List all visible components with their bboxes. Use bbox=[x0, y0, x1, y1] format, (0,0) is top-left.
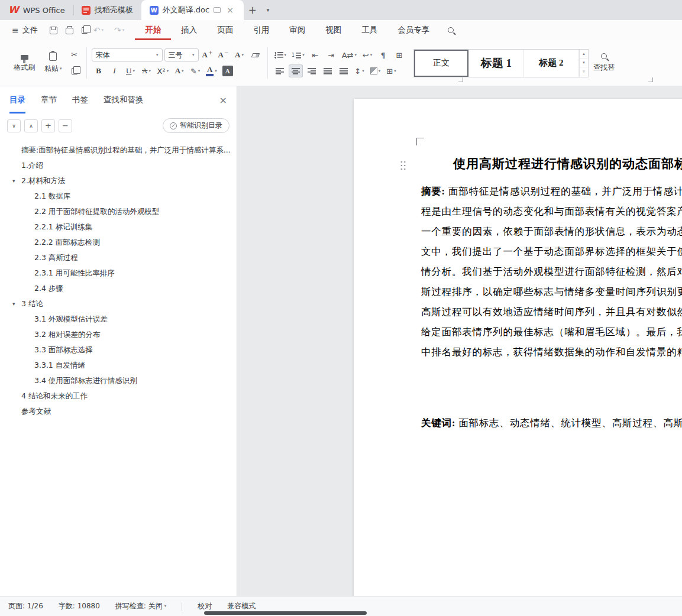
redo-button[interactable]: ↷ bbox=[114, 25, 121, 35]
redo-chevron-icon[interactable]: ▾ bbox=[122, 28, 125, 33]
ribbon-tab-member[interactable]: 会员专享 bbox=[387, 20, 439, 40]
underline-button[interactable]: U▾ bbox=[124, 64, 138, 77]
spellcheck-toggle[interactable]: 拼写检查: 关闭▾ bbox=[115, 601, 166, 611]
ribbon-tab-reference[interactable]: 引用 bbox=[243, 20, 279, 40]
ribbon-tab-page[interactable]: 页面 bbox=[207, 20, 243, 40]
font-color-button[interactable]: A▾ bbox=[204, 64, 219, 77]
style-gallery-up-icon[interactable]: ▴ bbox=[580, 50, 588, 59]
toc-item-2-4[interactable]: 2.4 步骤 bbox=[0, 281, 237, 296]
toc-item-2-1[interactable]: 2.1 数据库 bbox=[0, 189, 237, 204]
toc-item-references[interactable]: 参考文献 bbox=[0, 404, 237, 419]
decrease-indent-button[interactable]: ⇤ bbox=[308, 48, 322, 61]
smart-toc-button[interactable]: 智能识别目录 bbox=[163, 118, 230, 133]
style-heading1[interactable]: 标题 1 bbox=[469, 50, 524, 77]
text-direction-button[interactable]: A⇄▾ bbox=[340, 48, 358, 61]
toc-item-2-2-2[interactable]: 2.2.2 面部标志检测 bbox=[0, 235, 237, 250]
bullet-list-button[interactable]: ▾ bbox=[273, 48, 289, 61]
char-shading-button[interactable]: A bbox=[221, 64, 235, 77]
superscript-button[interactable]: X²▾ bbox=[156, 64, 171, 77]
find-replace-button[interactable]: 查找替 bbox=[589, 43, 619, 83]
line-spacing-button[interactable]: ↕▾ bbox=[353, 64, 367, 77]
print-button[interactable] bbox=[66, 27, 73, 34]
paste-button[interactable]: 粘贴▾ bbox=[40, 50, 66, 76]
tab-document-active[interactable]: W 外文翻译.doc × bbox=[141, 0, 244, 20]
new-tab-button[interactable]: + bbox=[244, 0, 261, 20]
toc-item-3-2[interactable]: 3.2 相对误差的分布 bbox=[0, 327, 237, 342]
paragraph-dialog-launcher-icon[interactable] bbox=[458, 77, 463, 82]
compat-mode-badge[interactable]: 兼容模式 bbox=[227, 601, 256, 611]
toc-expand-button[interactable]: ∨ bbox=[7, 119, 21, 132]
style-heading2[interactable]: 标题 2 bbox=[524, 50, 579, 77]
distribute-button[interactable] bbox=[337, 64, 351, 77]
toc-item-2-2-1[interactable]: 2.2.1 标记训练集 bbox=[0, 219, 237, 235]
tab-preview-icon[interactable] bbox=[214, 7, 221, 13]
font-name-select[interactable]: 宋体▾ bbox=[92, 48, 163, 61]
toc-item-3-1[interactable]: 3.1 外观模型估计误差 bbox=[0, 312, 237, 327]
ribbon-tab-insert[interactable]: 插入 bbox=[171, 20, 207, 40]
horizontal-scrollbar[interactable] bbox=[204, 611, 367, 615]
paste-special-button[interactable] bbox=[67, 65, 82, 78]
toc-item-2-2[interactable]: 2.2 用于面部特征提取的活动外观模型 bbox=[0, 204, 237, 219]
style-dialog-launcher-icon[interactable] bbox=[648, 77, 653, 82]
highlight-button[interactable]: ✎▾ bbox=[188, 64, 202, 77]
align-right-button[interactable] bbox=[305, 64, 319, 77]
increase-indent-button[interactable]: ⇥ bbox=[324, 48, 338, 61]
clear-format-button[interactable] bbox=[248, 48, 263, 61]
font-size-select[interactable]: 三号▾ bbox=[164, 48, 199, 61]
toc-item-results[interactable]: ▾3 结论 bbox=[0, 296, 237, 312]
text-tools-button[interactable]: A▾ bbox=[232, 48, 247, 61]
align-center-button[interactable] bbox=[289, 64, 303, 77]
undo-button[interactable]: ↶ bbox=[93, 25, 101, 35]
page-indicator[interactable]: 页面: 1/26 bbox=[8, 601, 43, 611]
proofread-button[interactable]: 校对 bbox=[198, 601, 212, 611]
paragraph-drag-handle-icon[interactable] bbox=[400, 160, 406, 170]
ribbon-tab-home[interactable]: 开始 bbox=[135, 20, 171, 40]
ribbon-tab-tools[interactable]: 工具 bbox=[351, 20, 387, 40]
search-icon[interactable] bbox=[448, 27, 454, 33]
italic-button[interactable]: I bbox=[108, 64, 122, 77]
toc-item-intro[interactable]: 1.介绍 bbox=[0, 158, 237, 173]
shading-button[interactable]: ▾ bbox=[369, 64, 383, 77]
collapse-arrow-icon[interactable]: ▾ bbox=[12, 301, 15, 307]
ribbon-tab-view[interactable]: 视图 bbox=[315, 20, 351, 40]
style-gallery-down-icon[interactable]: ▾ bbox=[580, 59, 588, 67]
undo-chevron-icon[interactable]: ▾ bbox=[101, 28, 104, 33]
toc-item-2-3[interactable]: 2.3 高斯过程 bbox=[0, 250, 237, 265]
format-painter-button[interactable]: 格式刷 bbox=[9, 51, 39, 75]
toc-zoom-in-button[interactable]: + bbox=[41, 119, 55, 132]
save-button[interactable] bbox=[50, 27, 57, 34]
tab-close-icon[interactable]: × bbox=[225, 5, 235, 15]
tab-chapters[interactable]: 章节 bbox=[41, 86, 57, 114]
tab-list-chevron-icon[interactable]: ▾ bbox=[261, 0, 274, 20]
style-gallery-more-icon[interactable]: ▿ bbox=[580, 67, 588, 76]
borders-button[interactable]: ⊞▾ bbox=[384, 64, 399, 77]
style-normal[interactable]: 正文 bbox=[414, 50, 469, 77]
document-page[interactable]: 使用高斯过程进行情感识别的动态面部标 摘要: 面部特征是情感识别过程的基础，并广… bbox=[354, 99, 682, 596]
tab-bookmarks[interactable]: 书签 bbox=[72, 86, 88, 114]
toc-item-materials[interactable]: ▾2.材料和方法 bbox=[0, 173, 237, 189]
close-pane-icon[interactable]: × bbox=[219, 86, 227, 114]
file-menu-button[interactable]: ≡ 文件 bbox=[6, 25, 44, 35]
wrap-button[interactable]: ↩▾ bbox=[360, 48, 374, 61]
tab-docer-templates[interactable]: 找稻壳模板 bbox=[73, 0, 141, 20]
toc-item-3-3-1[interactable]: 3.3.1 自发情绪 bbox=[0, 358, 237, 373]
word-count[interactable]: 字数: 10880 bbox=[59, 601, 100, 611]
justify-button[interactable] bbox=[321, 64, 335, 77]
tab-wps-home[interactable]: W WPS Office bbox=[0, 0, 73, 20]
tab-grid-button[interactable]: ⊞ bbox=[392, 48, 406, 61]
align-left-button[interactable] bbox=[273, 64, 287, 77]
tab-find-replace[interactable]: 查找和替换 bbox=[104, 86, 144, 114]
text-effect-button[interactable]: A▾ bbox=[172, 64, 186, 77]
toc-item-2-3-1[interactable]: 2.3.1 用可能性比率排序 bbox=[0, 265, 237, 281]
toc-item-conclusion[interactable]: 4 结论和未来的工作 bbox=[0, 388, 237, 404]
formatting-marks-button[interactable]: ¶ bbox=[376, 48, 390, 61]
strikethrough-button[interactable]: A▾ bbox=[140, 64, 154, 77]
toc-collapse-button[interactable]: ∧ bbox=[24, 119, 38, 132]
toc-item-3-3[interactable]: 3.3 面部标志选择 bbox=[0, 342, 237, 358]
tab-toc[interactable]: 目录 bbox=[9, 86, 25, 114]
increase-font-button[interactable]: A+ bbox=[201, 48, 215, 61]
ribbon-tab-review[interactable]: 审阅 bbox=[279, 20, 315, 40]
numbered-list-button[interactable]: 1▾ bbox=[290, 48, 306, 61]
toc-item-abstract[interactable]: 摘要:面部特征是情感识别过程的基础，并广泛用于情感计算系... bbox=[0, 142, 237, 158]
toc-item-3-4[interactable]: 3.4 使用面部标志进行情感识别 bbox=[0, 373, 237, 388]
